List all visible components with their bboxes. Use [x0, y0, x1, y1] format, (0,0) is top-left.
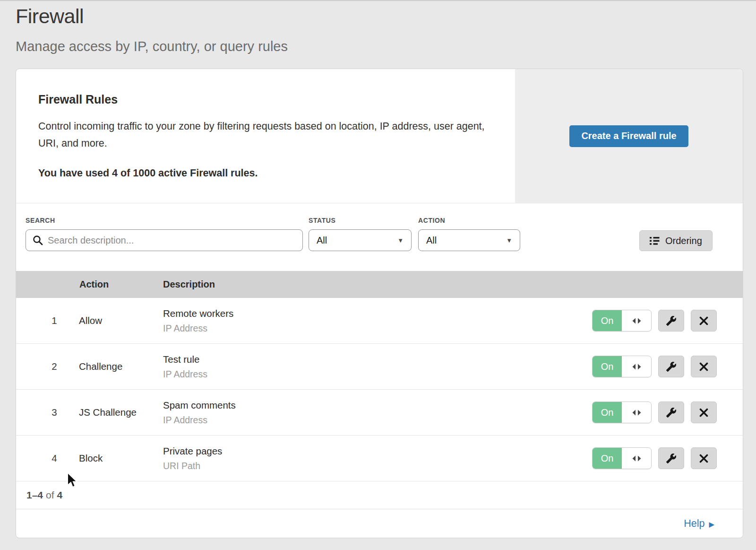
edit-rule-button[interactable] [658, 356, 684, 377]
help-arrow-icon: ▶ [709, 519, 714, 529]
rule-action: JS Challenge [79, 407, 137, 418]
rule-description-cell: Remote workers IP Address [163, 308, 233, 334]
toggle-on-label: On [593, 356, 622, 377]
action-select[interactable]: All ▼ [418, 229, 520, 251]
create-firewall-rule-button[interactable]: Create a Firewall rule [569, 125, 688, 147]
table-row: 3 JS Challenge Spam comments IP Address … [16, 390, 743, 436]
rule-action: Block [79, 453, 103, 464]
edit-rule-button[interactable] [658, 447, 684, 469]
status-field: STATUS All ▼ [309, 217, 412, 251]
card-title: Firewall Rules [38, 93, 487, 106]
status-label: STATUS [309, 217, 412, 224]
rule-description-cell: Spam comments IP Address [163, 400, 236, 426]
search-icon [33, 235, 43, 245]
rule-enabled-toggle[interactable]: On [592, 447, 652, 469]
rule-description: Private pages [163, 445, 222, 457]
rule-enabled-toggle[interactable]: On [592, 356, 652, 377]
firewall-page: Firewall Manage access by IP, country, o… [0, 0, 756, 550]
rule-priority: 2 [47, 361, 61, 372]
close-icon [699, 454, 708, 463]
action-label: ACTION [418, 217, 520, 224]
pagination-range: 1–4 [26, 489, 43, 501]
wrench-icon [666, 315, 677, 326]
rule-description: Test rule [163, 354, 207, 365]
action-field: ACTION All ▼ [418, 217, 520, 251]
search-field: SEARCH [26, 217, 303, 251]
table-header: Action Description [16, 271, 743, 298]
status-selected-value: All [317, 235, 327, 246]
close-icon [699, 408, 708, 417]
rule-action: Allow [79, 315, 102, 326]
table-row: 2 Challenge Test rule IP Address On [16, 344, 743, 390]
rule-action: Challenge [79, 361, 122, 372]
chevron-down-icon: ▼ [397, 237, 404, 244]
help-link[interactable]: Help ▶ [684, 518, 714, 530]
rule-field: URI Path [163, 461, 222, 471]
status-select[interactable]: All ▼ [309, 229, 412, 251]
toggle-arrows-icon [622, 356, 651, 377]
edit-rule-button[interactable] [658, 402, 684, 423]
rule-field: IP Address [163, 369, 207, 380]
rule-description-cell: Private pages URI Path [163, 445, 222, 471]
hero-section: Firewall Rules Control incoming traffic … [16, 69, 743, 203]
search-label: SEARCH [26, 217, 303, 224]
chevron-down-icon: ▼ [506, 237, 512, 244]
toggle-on-label: On [593, 402, 622, 423]
rules-table-body: 1 Allow Remote workers IP Address On [16, 298, 743, 481]
page-subtitle: Manage access by IP, country, or query r… [16, 39, 288, 54]
column-header-description: Description [163, 271, 215, 298]
rule-field: IP Address [163, 323, 233, 334]
close-icon [699, 362, 708, 371]
rule-enabled-toggle[interactable]: On [592, 310, 652, 332]
table-row: 4 Block Private pages URI Path On [16, 436, 743, 481]
delete-rule-button[interactable] [691, 447, 717, 469]
toggle-on-label: On [593, 310, 622, 331]
column-header-action: Action [79, 271, 109, 298]
rule-description-cell: Test rule IP Address [163, 354, 207, 380]
toggle-arrows-icon [622, 402, 651, 423]
toggle-arrows-icon [622, 448, 651, 469]
ordering-button-label: Ordering [665, 236, 702, 246]
rule-priority: 3 [47, 407, 61, 418]
close-icon [699, 316, 708, 325]
ordering-button[interactable]: Ordering [639, 230, 713, 251]
pagination-of: of [46, 489, 54, 501]
delete-rule-button[interactable] [691, 402, 717, 423]
edit-rule-button[interactable] [658, 310, 684, 332]
usage-note: You have used 4 of 1000 active Firewall … [38, 167, 487, 179]
action-selected-value: All [426, 235, 437, 246]
create-rule-panel: Create a Firewall rule [515, 69, 743, 203]
ordering-list-icon [650, 236, 660, 245]
delete-rule-button[interactable] [691, 310, 717, 332]
firewall-rules-card: Firewall Rules Control incoming traffic … [16, 69, 743, 538]
wrench-icon [666, 407, 677, 418]
pagination: 1–4 of 4 [16, 481, 743, 509]
pagination-total: 4 [57, 489, 63, 501]
toggle-arrows-icon [622, 310, 651, 331]
toggle-on-label: On [593, 448, 622, 469]
search-input[interactable] [26, 229, 303, 251]
rule-priority: 1 [47, 315, 61, 326]
rule-description: Spam comments [163, 400, 236, 411]
wrench-icon [666, 361, 677, 372]
page-title: Firewall [16, 5, 84, 28]
delete-rule-button[interactable] [691, 356, 717, 377]
hero-text-panel: Firewall Rules Control incoming traffic … [16, 69, 515, 203]
rule-enabled-toggle[interactable]: On [592, 402, 652, 423]
filters-bar: SEARCH STATUS All ▼ ACTION [16, 203, 743, 271]
rule-field: IP Address [163, 415, 236, 426]
help-row: Help ▶ [16, 509, 743, 538]
rule-priority: 4 [47, 453, 61, 464]
table-row: 1 Allow Remote workers IP Address On [16, 298, 743, 344]
wrench-icon [666, 453, 677, 464]
card-description: Control incoming traffic to your zone by… [38, 118, 485, 152]
rule-description: Remote workers [163, 308, 233, 319]
help-link-label: Help [684, 518, 704, 530]
